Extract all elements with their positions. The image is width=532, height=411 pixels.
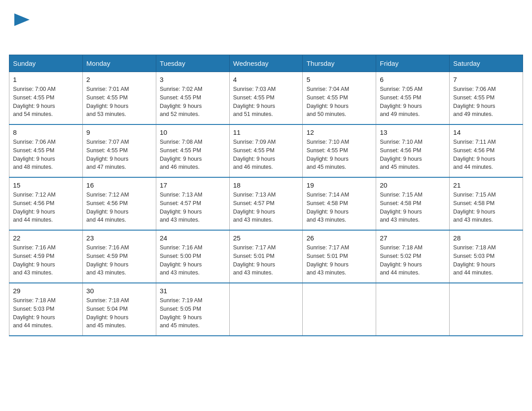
calendar-week-row: 15 Sunrise: 7:12 AM Sunset: 4:56 PM Dayl… xyxy=(9,177,523,230)
logo-arrow-icon xyxy=(14,13,30,26)
calendar-cell: 11 Sunrise: 7:09 AM Sunset: 4:55 PM Dayl… xyxy=(229,124,303,177)
day-info: Sunrise: 7:00 AM Sunset: 4:55 PM Dayligh… xyxy=(13,85,79,119)
calendar-cell: 21 Sunrise: 7:15 AM Sunset: 4:58 PM Dayl… xyxy=(450,177,523,230)
day-number: 5 xyxy=(306,76,372,83)
calendar-cell: 27 Sunrise: 7:18 AM Sunset: 5:02 PM Dayl… xyxy=(376,230,450,283)
day-number: 26 xyxy=(306,234,372,242)
day-number: 15 xyxy=(13,181,79,189)
page-header xyxy=(9,9,523,46)
calendar-cell: 6 Sunrise: 7:05 AM Sunset: 4:55 PM Dayli… xyxy=(376,72,450,125)
day-number: 17 xyxy=(160,181,226,189)
day-info: Sunrise: 7:16 AM Sunset: 5:00 PM Dayligh… xyxy=(160,244,226,277)
calendar-cell: 8 Sunrise: 7:06 AM Sunset: 4:55 PM Dayli… xyxy=(9,124,83,177)
calendar-cell: 29 Sunrise: 7:18 AM Sunset: 5:03 PM Dayl… xyxy=(9,283,83,336)
calendar-cell: 4 Sunrise: 7:03 AM Sunset: 4:55 PM Dayli… xyxy=(229,72,303,125)
day-info: Sunrise: 7:15 AM Sunset: 4:58 PM Dayligh… xyxy=(453,191,519,224)
weekday-header-sunday: Sunday xyxy=(9,55,83,72)
calendar-cell xyxy=(229,283,303,336)
day-info: Sunrise: 7:02 AM Sunset: 4:55 PM Dayligh… xyxy=(160,85,226,119)
calendar-cell: 3 Sunrise: 7:02 AM Sunset: 4:55 PM Dayli… xyxy=(156,72,229,125)
calendar-cell: 14 Sunrise: 7:11 AM Sunset: 4:56 PM Dayl… xyxy=(450,124,523,177)
day-info: Sunrise: 7:04 AM Sunset: 4:55 PM Dayligh… xyxy=(306,85,372,119)
day-number: 16 xyxy=(86,181,152,189)
calendar-cell: 26 Sunrise: 7:17 AM Sunset: 5:01 PM Dayl… xyxy=(303,230,376,283)
day-info: Sunrise: 7:17 AM Sunset: 5:01 PM Dayligh… xyxy=(233,244,299,277)
weekday-header-wednesday: Wednesday xyxy=(229,55,303,72)
svg-marker-0 xyxy=(14,13,30,26)
calendar-cell: 2 Sunrise: 7:01 AM Sunset: 4:55 PM Dayli… xyxy=(82,72,156,125)
day-info: Sunrise: 7:12 AM Sunset: 4:56 PM Dayligh… xyxy=(13,191,79,224)
day-number: 28 xyxy=(453,234,519,242)
day-info: Sunrise: 7:18 AM Sunset: 5:04 PM Dayligh… xyxy=(86,296,152,330)
calendar-cell: 15 Sunrise: 7:12 AM Sunset: 4:56 PM Dayl… xyxy=(9,177,83,230)
day-number: 31 xyxy=(160,287,226,295)
calendar-week-row: 29 Sunrise: 7:18 AM Sunset: 5:03 PM Dayl… xyxy=(9,283,523,336)
day-number: 13 xyxy=(380,128,446,136)
calendar-cell xyxy=(450,283,523,336)
calendar-cell: 18 Sunrise: 7:13 AM Sunset: 4:57 PM Dayl… xyxy=(229,177,303,230)
day-info: Sunrise: 7:10 AM Sunset: 4:56 PM Dayligh… xyxy=(380,138,446,171)
day-number: 29 xyxy=(13,287,79,295)
calendar-table: SundayMondayTuesdayWednesdayThursdayFrid… xyxy=(9,55,523,336)
calendar-header-row: SundayMondayTuesdayWednesdayThursdayFrid… xyxy=(9,55,523,72)
logo xyxy=(13,13,30,41)
calendar-cell xyxy=(303,283,376,336)
day-number: 6 xyxy=(380,76,446,83)
calendar-cell: 22 Sunrise: 7:16 AM Sunset: 4:59 PM Dayl… xyxy=(9,230,83,283)
day-number: 22 xyxy=(13,234,79,242)
calendar-cell xyxy=(376,283,450,336)
calendar-cell: 5 Sunrise: 7:04 AM Sunset: 4:55 PM Dayli… xyxy=(303,72,376,125)
day-number: 9 xyxy=(86,128,152,136)
day-number: 25 xyxy=(233,234,299,242)
day-number: 4 xyxy=(233,76,299,83)
day-number: 21 xyxy=(453,181,519,189)
day-info: Sunrise: 7:08 AM Sunset: 4:55 PM Dayligh… xyxy=(160,138,226,171)
day-number: 18 xyxy=(233,181,299,189)
calendar-week-row: 22 Sunrise: 7:16 AM Sunset: 4:59 PM Dayl… xyxy=(9,230,523,283)
calendar-cell: 19 Sunrise: 7:14 AM Sunset: 4:58 PM Dayl… xyxy=(303,177,376,230)
weekday-header-thursday: Thursday xyxy=(303,55,376,72)
day-number: 20 xyxy=(380,181,446,189)
calendar-cell: 1 Sunrise: 7:00 AM Sunset: 4:55 PM Dayli… xyxy=(9,72,83,125)
calendar-cell: 17 Sunrise: 7:13 AM Sunset: 4:57 PM Dayl… xyxy=(156,177,229,230)
calendar-cell: 28 Sunrise: 7:18 AM Sunset: 5:03 PM Dayl… xyxy=(450,230,523,283)
weekday-header-friday: Friday xyxy=(376,55,450,72)
day-info: Sunrise: 7:13 AM Sunset: 4:57 PM Dayligh… xyxy=(160,191,226,224)
day-info: Sunrise: 7:05 AM Sunset: 4:55 PM Dayligh… xyxy=(380,85,446,119)
day-info: Sunrise: 7:14 AM Sunset: 4:58 PM Dayligh… xyxy=(306,191,372,224)
calendar-cell: 30 Sunrise: 7:18 AM Sunset: 5:04 PM Dayl… xyxy=(82,283,156,336)
calendar-cell: 16 Sunrise: 7:12 AM Sunset: 4:56 PM Dayl… xyxy=(82,177,156,230)
day-number: 19 xyxy=(306,181,372,189)
weekday-header-monday: Monday xyxy=(82,55,156,72)
calendar-week-row: 1 Sunrise: 7:00 AM Sunset: 4:55 PM Dayli… xyxy=(9,72,523,125)
day-info: Sunrise: 7:16 AM Sunset: 4:59 PM Dayligh… xyxy=(13,244,79,277)
day-number: 30 xyxy=(86,287,152,295)
day-number: 27 xyxy=(380,234,446,242)
day-number: 24 xyxy=(160,234,226,242)
calendar-cell: 7 Sunrise: 7:06 AM Sunset: 4:55 PM Dayli… xyxy=(450,72,523,125)
weekday-header-saturday: Saturday xyxy=(450,55,523,72)
day-info: Sunrise: 7:11 AM Sunset: 4:56 PM Dayligh… xyxy=(453,138,519,171)
day-info: Sunrise: 7:12 AM Sunset: 4:56 PM Dayligh… xyxy=(86,191,152,224)
calendar-cell: 31 Sunrise: 7:19 AM Sunset: 5:05 PM Dayl… xyxy=(156,283,229,336)
day-number: 3 xyxy=(160,76,226,83)
calendar-cell: 23 Sunrise: 7:16 AM Sunset: 4:59 PM Dayl… xyxy=(82,230,156,283)
calendar-cell: 12 Sunrise: 7:10 AM Sunset: 4:55 PM Dayl… xyxy=(303,124,376,177)
day-info: Sunrise: 7:01 AM Sunset: 4:55 PM Dayligh… xyxy=(86,85,152,119)
day-number: 2 xyxy=(86,76,152,83)
day-info: Sunrise: 7:07 AM Sunset: 4:55 PM Dayligh… xyxy=(86,138,152,171)
calendar-week-row: 8 Sunrise: 7:06 AM Sunset: 4:55 PM Dayli… xyxy=(9,124,523,177)
calendar-cell: 9 Sunrise: 7:07 AM Sunset: 4:55 PM Dayli… xyxy=(82,124,156,177)
day-info: Sunrise: 7:18 AM Sunset: 5:03 PM Dayligh… xyxy=(13,296,79,330)
day-info: Sunrise: 7:15 AM Sunset: 4:58 PM Dayligh… xyxy=(380,191,446,224)
day-info: Sunrise: 7:06 AM Sunset: 4:55 PM Dayligh… xyxy=(13,138,79,171)
day-info: Sunrise: 7:16 AM Sunset: 4:59 PM Dayligh… xyxy=(86,244,152,277)
day-info: Sunrise: 7:10 AM Sunset: 4:55 PM Dayligh… xyxy=(306,138,372,171)
day-number: 8 xyxy=(13,128,79,136)
day-number: 14 xyxy=(453,128,519,136)
day-number: 12 xyxy=(306,128,372,136)
calendar-cell: 20 Sunrise: 7:15 AM Sunset: 4:58 PM Dayl… xyxy=(376,177,450,230)
day-info: Sunrise: 7:13 AM Sunset: 4:57 PM Dayligh… xyxy=(233,191,299,224)
day-info: Sunrise: 7:09 AM Sunset: 4:55 PM Dayligh… xyxy=(233,138,299,171)
day-number: 7 xyxy=(453,76,519,83)
